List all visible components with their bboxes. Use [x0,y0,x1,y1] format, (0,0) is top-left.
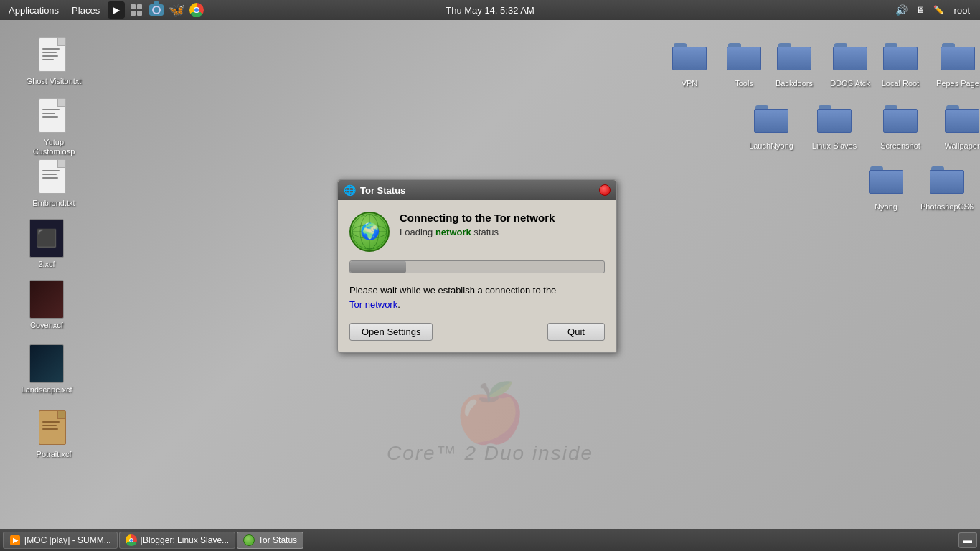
folder-icon-img [941,37,975,77]
desktop-icon-local-root[interactable]: Local Root [868,34,933,91]
loading-text: Loading [400,227,435,237]
desktop-icon-lauchnyong[interactable]: LauchNyong [739,97,804,154]
taskbar-moc-label: [MOC [play] - SUMM... [24,535,111,545]
tor-taskbar-icon [243,534,255,546]
tor-connecting-heading: Connecting to the Tor network [400,212,555,224]
desktop-icon-wallpaper[interactable]: Wallpaper [930,97,980,154]
folder-icon-img [777,37,811,77]
taskbar-windows-btn[interactable]: ▬ [958,532,977,548]
tor-dialog-close-button[interactable] [599,184,611,196]
panel-user[interactable]: root [950,4,974,17]
panel-icon-camera[interactable] [148,1,165,19]
tor-dialog-message: Please wait while we establish a connect… [349,283,605,311]
tor-dialog-body: 🌍 Connecting to the Tor network Loading … [338,200,616,352]
chrome-taskbar-icon [126,534,137,546]
file-icon-img [37,96,71,136]
desktop-icon-screenshot[interactable]: Screenshot [868,97,933,154]
image-thumbnail-img: ⬛ [29,218,64,258]
tor-icon-circle [243,534,255,546]
desktop-icon-landscape[interactable]: Landscape.xcf [14,341,79,397]
display-icon[interactable]: 🖥 [913,4,928,17]
desktop-icon-embrond[interactable]: Embrond.txt [22,154,86,211]
top-panel: Applications Places ▶ 🦋 Thu May 14, 5:32… [0,0,980,20]
panel-icon-pidgin[interactable]: 🦋 [168,1,185,19]
folder-icon-img [754,100,788,140]
desktop-icon-label: LauchNyong [749,141,793,151]
desktop-icon-label: PhotoshopCS6 [920,202,974,212]
file-icon-img [37,157,71,197]
desktop-icon-pepes-page[interactable]: Pepes Page [925,34,980,91]
open-settings-button[interactable]: Open Settings [349,323,433,341]
network-highlight: network [435,227,471,237]
taskbar: ▶ [MOC [play] - SUMM... [Blogger: Linux … [0,529,980,551]
applications-menu[interactable]: Applications [3,4,65,17]
panel-right: 🔊 🖥 ✏️ root [892,3,980,17]
taskbar-tor-status[interactable]: Tor Status [237,532,303,549]
file-icon-img [37,408,71,448]
desktop-icon-backdoors[interactable]: Backdoors [762,34,826,91]
desktop-icon-linux-slaves[interactable]: Linux Slaves [802,97,867,154]
message-period: . [397,299,400,310]
image-thumbnail-img [29,344,64,384]
quit-button[interactable]: Quit [547,323,605,341]
pen-icon[interactable]: ✏️ [930,4,947,17]
panel-left: Applications Places ▶ 🦋 [0,1,206,19]
folder-icon-img [945,100,979,140]
tor-dialog-header: 🌍 Connecting to the Tor network Loading … [349,212,605,252]
desktop-icon-label: Cover.xcf [30,321,63,330]
message-line1: Please wait while we establish a connect… [349,285,556,296]
desktop-icon-label: Pepes Page [936,79,979,88]
desktop-icon-label: Nyong [875,202,897,212]
file-icon-img [37,35,71,75]
desktop-icon-photoshopcs6[interactable]: PhotoshopCS6 [915,158,979,215]
tor-progress-bar [349,260,605,273]
desktop-icon-label: Screenshot [880,141,920,151]
folder-icon-img [930,161,964,201]
desktop-icon-label: 2.xcf [38,260,55,269]
folder-icon-img [672,37,707,77]
desktop-icon-label: DDOS Atck [830,79,870,88]
desktop-icon-nyong[interactable]: Nyong [854,158,918,215]
tor-globe-small-icon: 🌐 [344,184,356,196]
tor-network-link: Tor network [349,299,397,310]
image-thumbnail-img [29,279,64,319]
desktop-icon-label: Landscape.xcf [22,385,72,395]
folder-icon-img [869,161,903,201]
taskbar-blogger[interactable]: [Blogger: Linux Slave... [119,532,235,549]
moc-taskbar-icon: ▶ [9,534,21,546]
taskbar-right: ▬ [958,532,977,548]
folder-icon-img [817,100,852,140]
taskbar-tor-label: Tor Status [258,535,297,545]
tor-dialog-titlebar: 🌐 Tor Status [338,180,616,200]
desktop-icon-label: Potrait.xcf [37,450,72,459]
desktop-icon-label: Local Root [882,79,920,88]
taskbar-blogger-label: [Blogger: Linux Slave... [141,535,229,545]
tor-dialog-buttons: Open Settings Quit [349,323,605,341]
taskbar-moc-player[interactable]: ▶ [MOC [play] - SUMM... [3,532,118,549]
places-menu[interactable]: Places [66,4,105,17]
tor-dialog-title: 🌐 Tor Status [344,184,405,196]
desktop-icon-label: Tools [735,79,753,88]
folder-icon-img [883,37,918,77]
desktop-icon-ghost-visitor[interactable]: Ghost Visitor.txt [22,32,86,89]
desktop-icon-yutup[interactable]: Yutup Custom.osp [22,93,86,159]
panel-clock: Thu May 14, 5:32 AM [446,5,534,16]
desktop-icon-label: VPN [682,79,698,88]
tor-progress-bar-fill [350,261,406,273]
panel-icon-applets[interactable] [128,1,145,19]
desktop-icon-label: Ghost Visitor.txt [27,77,82,86]
tor-dialog: 🌐 Tor Status 🌍 Connecting to the Tor net… [337,179,617,353]
panel-icon-chrome[interactable] [188,1,205,19]
folder-icon-img [833,37,867,77]
desktop-icon-label: Wallpaper [944,141,979,151]
status-text-suffix: status [471,227,499,237]
folder-icon-img [883,100,918,140]
desktop-icon-label: Embrond.txt [32,199,75,208]
panel-icon-terminal[interactable]: ▶ [108,1,125,19]
tor-dialog-text-block: Connecting to the Tor network Loading ne… [400,212,555,237]
desktop-icon-cover[interactable]: Cover.xcf [14,276,79,333]
volume-icon[interactable]: 🔊 [892,3,910,17]
desktop-icon-potrait[interactable]: Potrait.xcf [22,405,86,462]
desktop-icon-2xcf[interactable]: ⬛ 2.xcf [14,215,79,272]
moc-icon-square: ▶ [10,535,20,545]
